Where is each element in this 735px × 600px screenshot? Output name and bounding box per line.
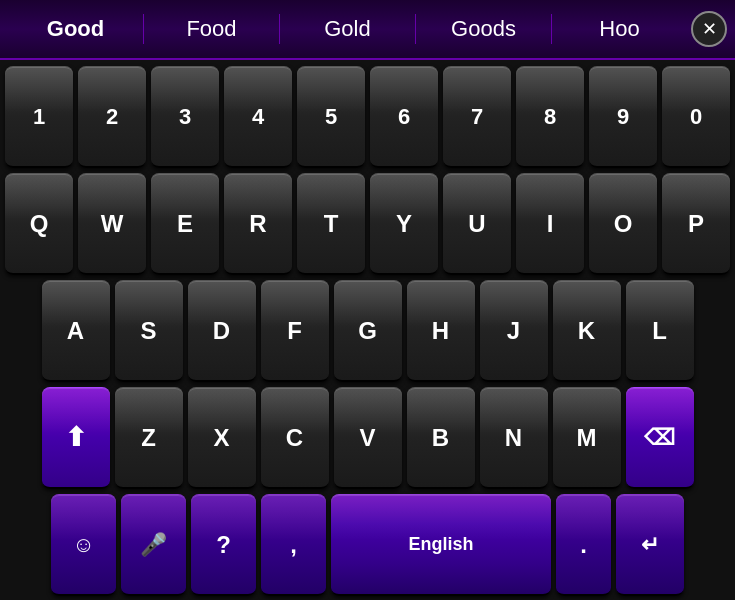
spacebar-button[interactable]: English xyxy=(331,494,551,596)
key-7[interactable]: 7 xyxy=(443,66,511,168)
backspace-button[interactable]: ⌫ xyxy=(626,387,694,489)
key-m[interactable]: M xyxy=(553,387,621,489)
key-c[interactable]: C xyxy=(261,387,329,489)
shift-icon: ⬆ xyxy=(65,422,87,453)
key-j[interactable]: J xyxy=(480,280,548,382)
number-row: 1 2 3 4 5 6 7 8 9 0 xyxy=(4,66,731,168)
keyboard: 1 2 3 4 5 6 7 8 9 0 Q W E R T Y U I O P … xyxy=(0,60,735,600)
close-suggestions-button[interactable]: ✕ xyxy=(691,11,727,47)
emoji-button[interactable]: ☺ xyxy=(51,494,116,596)
key-r[interactable]: R xyxy=(224,173,292,275)
key-y[interactable]: Y xyxy=(370,173,438,275)
key-g[interactable]: G xyxy=(334,280,402,382)
key-1[interactable]: 1 xyxy=(5,66,73,168)
suggestion-food[interactable]: Food xyxy=(144,8,279,50)
qwerty-row: Q W E R T Y U I O P xyxy=(4,173,731,275)
key-3[interactable]: 3 xyxy=(151,66,219,168)
key-8[interactable]: 8 xyxy=(516,66,584,168)
key-h[interactable]: H xyxy=(407,280,475,382)
suggestion-gold[interactable]: Gold xyxy=(280,8,415,50)
suggestion-good[interactable]: Good xyxy=(8,8,143,50)
key-d[interactable]: D xyxy=(188,280,256,382)
key-0[interactable]: 0 xyxy=(662,66,730,168)
emoji-icon: ☺ xyxy=(72,532,94,558)
key-k[interactable]: K xyxy=(553,280,621,382)
key-n[interactable]: N xyxy=(480,387,548,489)
bottom-row: ☺ 🎤 ? , English . ↵ xyxy=(4,494,731,596)
key-o[interactable]: O xyxy=(589,173,657,275)
key-comma[interactable]: , xyxy=(261,494,326,596)
key-9[interactable]: 9 xyxy=(589,66,657,168)
key-e[interactable]: E xyxy=(151,173,219,275)
key-q[interactable]: Q xyxy=(5,173,73,275)
enter-icon: ↵ xyxy=(641,532,659,558)
key-question[interactable]: ? xyxy=(191,494,256,596)
key-6[interactable]: 6 xyxy=(370,66,438,168)
key-period[interactable]: . xyxy=(556,494,611,596)
microphone-icon: 🎤 xyxy=(140,532,167,558)
key-x[interactable]: X xyxy=(188,387,256,489)
key-4[interactable]: 4 xyxy=(224,66,292,168)
shift-button[interactable]: ⬆ xyxy=(42,387,110,489)
key-5[interactable]: 5 xyxy=(297,66,365,168)
suggestions-bar: Good Food Gold Goods Hoo ✕ xyxy=(0,0,735,60)
backspace-icon: ⌫ xyxy=(644,425,675,451)
suggestion-hoo[interactable]: Hoo xyxy=(552,8,687,50)
key-z[interactable]: Z xyxy=(115,387,183,489)
spacebar-label: English xyxy=(408,534,473,555)
key-l[interactable]: L xyxy=(626,280,694,382)
microphone-button[interactable]: 🎤 xyxy=(121,494,186,596)
close-icon: ✕ xyxy=(702,18,717,40)
key-2[interactable]: 2 xyxy=(78,66,146,168)
key-i[interactable]: I xyxy=(516,173,584,275)
key-f[interactable]: F xyxy=(261,280,329,382)
key-a[interactable]: A xyxy=(42,280,110,382)
key-p[interactable]: P xyxy=(662,173,730,275)
key-w[interactable]: W xyxy=(78,173,146,275)
key-v[interactable]: V xyxy=(334,387,402,489)
enter-button[interactable]: ↵ xyxy=(616,494,684,596)
key-t[interactable]: T xyxy=(297,173,365,275)
zxcv-row: ⬆ Z X C V B N M ⌫ xyxy=(4,387,731,489)
key-s[interactable]: S xyxy=(115,280,183,382)
suggestion-goods[interactable]: Goods xyxy=(416,8,551,50)
key-u[interactable]: U xyxy=(443,173,511,275)
key-b[interactable]: B xyxy=(407,387,475,489)
asdf-row: A S D F G H J K L xyxy=(4,280,731,382)
